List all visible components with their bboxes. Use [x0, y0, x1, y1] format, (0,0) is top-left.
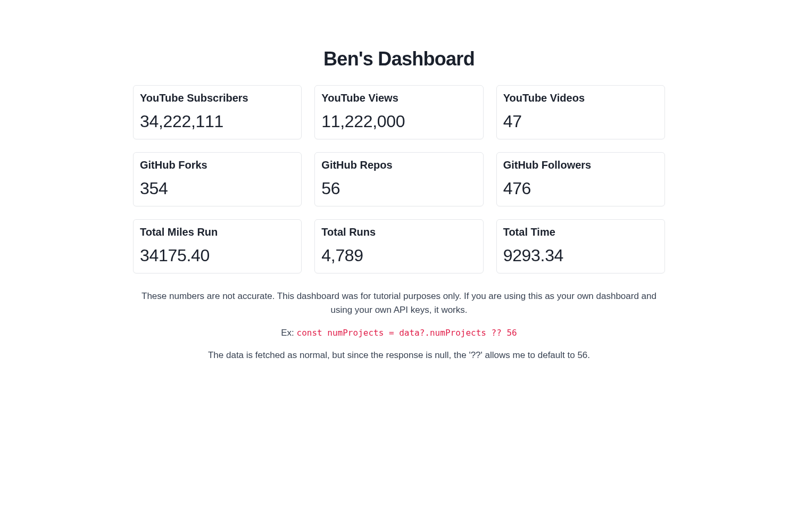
- metric-label: YouTube Subscribers: [140, 92, 295, 104]
- page-title: Ben's Dashboard: [133, 48, 665, 70]
- dashboard-container: Ben's Dashboard YouTube Subscribers 34,2…: [133, 0, 665, 362]
- metric-card-youtube-videos: YouTube Videos 47: [496, 85, 665, 139]
- example-code: const numProjects = data?.numProjects ??…: [297, 328, 517, 338]
- metric-value: 354: [140, 179, 295, 198]
- metric-label: Total Time: [503, 226, 658, 238]
- metric-value: 34175.40: [140, 246, 295, 265]
- metric-label: GitHub Forks: [140, 159, 295, 171]
- metric-card-youtube-subscribers: YouTube Subscribers 34,222,111: [133, 85, 302, 139]
- notes-example-prefix: Ex:: [281, 328, 296, 338]
- notes-disclaimer: These numbers are not accurate. This das…: [133, 289, 665, 318]
- metric-label: GitHub Repos: [321, 159, 476, 171]
- metric-value: 476: [503, 179, 658, 198]
- metric-value: 56: [321, 179, 476, 198]
- notes-explanation: The data is fetched as normal, but since…: [133, 348, 665, 362]
- metric-card-github-followers: GitHub Followers 476: [496, 152, 665, 206]
- metric-label: GitHub Followers: [503, 159, 658, 171]
- metric-label: YouTube Videos: [503, 92, 658, 104]
- metric-value: 47: [503, 112, 658, 131]
- metric-value: 9293.34: [503, 246, 658, 265]
- metric-label: Total Runs: [321, 226, 476, 238]
- metric-label: YouTube Views: [321, 92, 476, 104]
- metric-label: Total Miles Run: [140, 226, 295, 238]
- metric-card-total-runs: Total Runs 4,789: [314, 219, 483, 273]
- metric-card-github-repos: GitHub Repos 56: [314, 152, 483, 206]
- metric-value: 11,222,000: [321, 112, 476, 131]
- metric-value: 34,222,111: [140, 112, 295, 131]
- metric-card-total-time: Total Time 9293.34: [496, 219, 665, 273]
- metric-card-total-miles-run: Total Miles Run 34175.40: [133, 219, 302, 273]
- metrics-grid: YouTube Subscribers 34,222,111 YouTube V…: [133, 85, 665, 273]
- notes-example: Ex: const numProjects = data?.numProject…: [133, 326, 665, 340]
- metric-card-youtube-views: YouTube Views 11,222,000: [314, 85, 483, 139]
- notes-block: These numbers are not accurate. This das…: [133, 289, 665, 362]
- metric-card-github-forks: GitHub Forks 354: [133, 152, 302, 206]
- metric-value: 4,789: [321, 246, 476, 265]
